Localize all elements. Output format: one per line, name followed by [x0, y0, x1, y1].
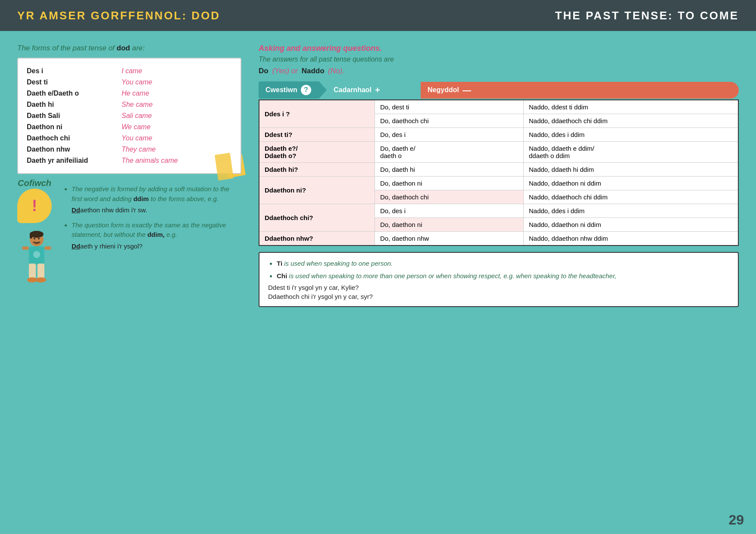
forms-box: Des iI cameDest tiYou cameDaeth e/Daeth …: [17, 58, 241, 174]
cofiwch-note: The negative is formed by adding a soft …: [72, 184, 241, 215]
sub-heading: The answers for all past tense questions…: [259, 56, 739, 63]
example-text: Ddest ti i'r ysgol yn y car, Kylie?: [268, 284, 729, 291]
note-item: Chi is used when speaking to more than o…: [277, 271, 729, 280]
svg-rect-7: [22, 246, 29, 250]
svg-point-12: [36, 277, 46, 283]
note-box: Ti is used when speaking to one person.C…: [259, 252, 739, 307]
forms-row: Des iI came: [27, 65, 232, 77]
plus-icon: +: [375, 85, 380, 95]
cofiwch-text: The negative is formed by adding a soft …: [63, 184, 241, 287]
table-row: Ddaethon nhw?Do, daethon nhwNaddo, ddaet…: [259, 232, 738, 246]
cofiwch-bubble: Cofiwch !: [17, 184, 56, 287]
questions-table: Ddes i ?Do, dest tiNaddo, ddest ti ddimD…: [259, 99, 739, 246]
forms-row: Daethon nhwThey came: [27, 144, 232, 155]
person-figure: [17, 227, 56, 287]
table-header-row: Cwestiwn ? Cadarnhaol + Negyddol —: [259, 81, 739, 99]
cofiwch-label: Cofiwch: [17, 178, 52, 188]
header-bar: YR AMSER GORFFENNOL: DOD THE PAST TENSE:…: [0, 0, 756, 31]
table-row: Ddaeth hi?Do, daeth hiNaddo, ddaeth hi d…: [259, 163, 738, 177]
section-heading: Asking and answering questions.: [259, 44, 739, 53]
header-title-right: THE PAST TENSE: TO COME: [555, 9, 739, 22]
forms-row: Daeth SaliSali came: [27, 110, 232, 121]
svg-point-6: [33, 251, 40, 258]
svg-point-4: [38, 238, 40, 239]
header-title-left: YR AMSER GORFFENNOL: DOD: [17, 9, 220, 22]
svg-rect-10: [37, 264, 44, 278]
main-content: The forms of the past tense of dod are: …: [0, 31, 756, 320]
cofiwch-section: Cofiwch !: [17, 184, 241, 287]
left-column: The forms of the past tense of dod are: …: [17, 44, 241, 307]
th-negyddol: Negyddol —: [421, 82, 739, 99]
forms-row: Daeth e/Daeth oHe came: [27, 88, 232, 99]
forms-row: Daeth yr anifeiliaidThe animals came: [27, 155, 232, 166]
svg-rect-8: [44, 246, 51, 250]
intro-text: The forms of the past tense of dod are:: [17, 44, 241, 53]
forms-row: Daethon niWe came: [27, 121, 232, 133]
table-row: Ddaeth e?/ Ddaeth o?Do, daeth e/ daeth o…: [259, 142, 738, 163]
th-cwestiwn: Cwestiwn ?: [259, 81, 319, 99]
minus-icon: —: [462, 85, 471, 95]
th-cadarnhaol: Cadarnhaol +: [327, 82, 413, 99]
table-row: Ddaethon ni?Do, daethon niNaddo, ddaetho…: [259, 177, 738, 190]
svg-point-3: [34, 238, 35, 239]
note-item: Ti is used when speaking to one person.: [277, 259, 729, 268]
forms-row: Daethoch chiYou came: [27, 133, 232, 144]
forms-row: Daeth hiShe came: [27, 99, 232, 110]
example-text: Ddaethoch chi i'r ysgol yn y car, syr?: [268, 293, 729, 300]
page-number: 29: [728, 512, 744, 528]
table-row: Ddaethoch chi?Do, des iNaddo, ddes i ddi…: [259, 204, 738, 218]
cofiwch-note: The question form is exactly the same as…: [72, 220, 241, 251]
svg-rect-2: [30, 233, 32, 239]
question-mark-icon: ?: [301, 85, 311, 95]
do-naddo: Do (Yes) or Naddo (No).: [259, 67, 739, 75]
table-row: Ddest ti?Do, des iNaddo, ddes i ddim: [259, 128, 738, 142]
right-column: Asking and answering questions. The answ…: [259, 44, 739, 307]
svg-rect-9: [29, 264, 36, 278]
forms-row: Dest tiYou came: [27, 77, 232, 88]
exclamation-icon: !: [32, 197, 37, 215]
table-row: Ddes i ?Do, dest tiNaddo, ddest ti ddim: [259, 100, 738, 114]
